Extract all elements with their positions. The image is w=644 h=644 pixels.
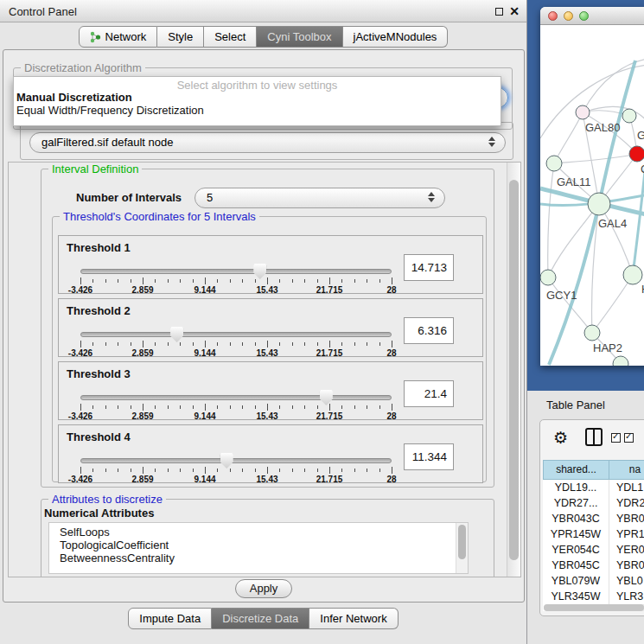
- cell-name[interactable]: YDR2: [609, 495, 644, 511]
- tab-discretize-data[interactable]: Discretize Data: [212, 608, 309, 629]
- tab-cyni-toolbox[interactable]: Cyni Toolbox: [257, 26, 342, 48]
- tab-select[interactable]: Select: [204, 26, 257, 48]
- tab-jactivemnodules[interactable]: jActiveMNodules: [343, 26, 449, 48]
- slider-track[interactable]: [80, 269, 392, 274]
- slider-tick: [217, 405, 218, 409]
- node-gal4[interactable]: [588, 193, 610, 215]
- slider-tick: [329, 277, 330, 284]
- slider-tick-label: 9.144: [194, 475, 215, 484]
- slider-tick: [80, 341, 81, 348]
- threshold-value-field[interactable]: 6.316: [404, 317, 454, 344]
- thresholds-group: Threshold's Coordinates for 5 Intervals …: [52, 216, 487, 482]
- tab-impute-data[interactable]: Impute Data: [128, 608, 212, 629]
- slider-tick-label: 9.144: [194, 285, 215, 295]
- slider-tick-label: 2.859: [131, 285, 153, 295]
- slider-tick: [118, 342, 118, 346]
- table-data-combobox[interactable]: galFiltered.sif default node: [29, 132, 506, 153]
- threshold-slider[interactable]: -3.4262.8599.14415.4321.71528: [80, 454, 392, 483]
- cell-shared-name[interactable]: YBL079W: [543, 573, 609, 589]
- cell-shared-name[interactable]: YBR045C: [543, 558, 609, 573]
- network-canvas[interactable]: GAL80 GA C GAL11 GAL4 GCY1 H HAP2: [540, 26, 644, 366]
- slider-track[interactable]: [80, 395, 392, 400]
- tab-label: Cyni Toolbox: [267, 30, 331, 43]
- cell-name[interactable]: YDL1: [609, 480, 644, 495]
- table-row[interactable]: YBL079WYBL0: [543, 573, 644, 589]
- slider-tick-label: 2.859: [131, 411, 153, 421]
- slider-tick-label: 15.43: [256, 348, 277, 358]
- slider-tick: [317, 469, 318, 472]
- list-scrollbar[interactable]: [456, 523, 468, 573]
- tab-network[interactable]: Network: [79, 26, 158, 48]
- column-view-icon[interactable]: [585, 428, 603, 446]
- table-row[interactable]: YDL19...YDL1: [543, 480, 644, 495]
- slider-tick: [392, 341, 392, 348]
- apply-button[interactable]: Apply: [235, 579, 292, 598]
- slider-tick: [155, 405, 156, 409]
- cell-shared-name[interactable]: YER054C: [543, 542, 609, 558]
- attribute-list-item[interactable]: TopologicalCoefficient: [60, 539, 468, 552]
- threshold-value-field[interactable]: 14.713: [404, 254, 454, 281]
- dropdown-option-equal-width-frequency[interactable]: Equal Width/Frequency Discretization: [14, 104, 501, 117]
- gear-icon[interactable]: ⚙: [553, 428, 568, 447]
- node-gal80[interactable]: [576, 105, 590, 119]
- threshold-value-field[interactable]: 11.344: [404, 443, 454, 470]
- threshold-slider[interactable]: -3.4262.8599.14415.4321.71528: [80, 391, 392, 420]
- tab-style[interactable]: Style: [157, 26, 204, 48]
- cell-shared-name[interactable]: YLR345W: [543, 589, 609, 604]
- column-header-shared[interactable]: shared...: [543, 460, 609, 480]
- node-selected-red[interactable]: [629, 146, 644, 162]
- close-icon[interactable]: ✕: [509, 4, 520, 18]
- table-row[interactable]: YER054CYER0: [543, 542, 644, 558]
- cell-shared-name[interactable]: YDL19...: [543, 480, 609, 495]
- vertical-scrollbar[interactable]: [507, 163, 520, 577]
- minimize-traffic-light-icon[interactable]: [564, 11, 573, 21]
- slider-tick-label: 21.715: [316, 285, 343, 295]
- node-hap2[interactable]: [584, 325, 600, 341]
- cell-name[interactable]: YPR1: [609, 526, 644, 542]
- node-h[interactable]: [623, 265, 642, 284]
- slider-tick: [392, 277, 392, 284]
- network-view-window[interactable]: GAL80 GA C GAL11 GAL4 GCY1 H HAP2: [540, 7, 644, 366]
- node-top-right[interactable]: [622, 109, 636, 123]
- tab-infer-network[interactable]: Infer Network: [309, 608, 398, 629]
- column-header-name[interactable]: na: [609, 460, 644, 480]
- cell-shared-name[interactable]: YDR27...: [543, 495, 609, 511]
- cell-shared-name[interactable]: YBR043C: [543, 511, 609, 526]
- slider-tick: [217, 279, 218, 283]
- cell-shared-name[interactable]: YPR145W: [543, 526, 609, 542]
- slider-track[interactable]: [80, 458, 392, 463]
- horizontal-scrollbar[interactable]: [544, 604, 644, 611]
- table-row[interactable]: YPR145WYPR1: [543, 526, 644, 542]
- cell-name[interactable]: YBR0: [609, 511, 644, 526]
- network-window-titlebar: [540, 7, 644, 25]
- scrollbar-thumb[interactable]: [544, 604, 644, 611]
- zoom-traffic-light-icon[interactable]: [579, 11, 589, 21]
- node-gal11[interactable]: [546, 156, 562, 171]
- table-row[interactable]: YBR043CYBR0: [543, 511, 644, 526]
- slider-track[interactable]: [80, 332, 392, 337]
- float-window-icon[interactable]: [495, 8, 503, 16]
- node-gcy1[interactable]: [540, 270, 556, 285]
- attribute-list-item[interactable]: BetweennessCentrality: [60, 552, 468, 564]
- cell-name[interactable]: YBR0: [609, 558, 644, 573]
- threshold-slider[interactable]: -3.4262.8599.14415.4321.71528: [80, 265, 392, 294]
- slider-tick: [267, 341, 268, 348]
- scrollbar-thumb[interactable]: [509, 180, 519, 560]
- checkbox-icon[interactable]: [611, 433, 621, 443]
- dropdown-option-manual-discretization[interactable]: Manual Discretization: [14, 91, 501, 104]
- checkbox-icon[interactable]: [624, 433, 634, 443]
- table-row[interactable]: YBR045CYBR0: [543, 558, 644, 573]
- table-row[interactable]: YDR27...YDR2: [543, 495, 644, 511]
- numerical-attributes-list[interactable]: SelfLoopsTopologicalCoefficientBetweenne…: [48, 522, 469, 574]
- threshold-slider[interactable]: -3.4262.8599.14415.4321.71528: [80, 328, 392, 357]
- threshold-value-field[interactable]: 21.4: [404, 380, 454, 407]
- number-of-intervals-combobox[interactable]: 5: [194, 188, 445, 208]
- close-traffic-light-icon[interactable]: [548, 11, 558, 21]
- cell-name[interactable]: YLR3: [609, 589, 644, 604]
- table-panel: Table Panel ⚙ shared... na YDL19...YDL1Y…: [527, 391, 644, 644]
- attribute-list-item[interactable]: SelfLoops: [60, 526, 468, 539]
- slider-tick: [267, 404, 268, 411]
- cell-name[interactable]: YER0: [609, 542, 644, 558]
- cell-name[interactable]: YBL0: [609, 573, 644, 589]
- table-row[interactable]: YLR345WYLR3: [543, 589, 644, 604]
